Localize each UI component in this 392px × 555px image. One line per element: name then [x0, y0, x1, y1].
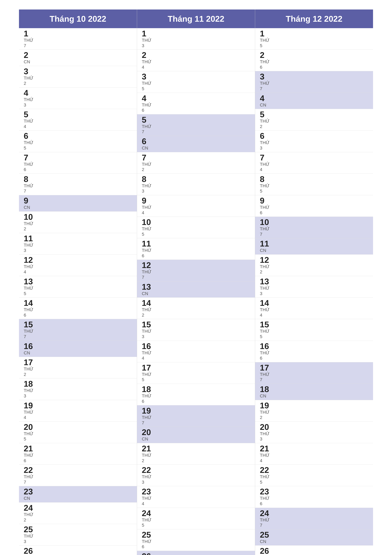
day-number: 21 — [142, 445, 252, 453]
day-row: 9THỨ 4 — [137, 195, 255, 217]
day-info: THỨ 7 — [260, 81, 370, 91]
day-row: 4THỨ 3 — [19, 88, 137, 109]
day-row: 20THỨ 5 — [19, 422, 137, 443]
day-number: 26 — [142, 552, 252, 555]
day-row: 22THỨ 7 — [19, 465, 137, 486]
day-number: 5 — [142, 116, 252, 124]
day-row: 1THỨ 5 — [255, 28, 373, 50]
day-row: 15THỨ 7 — [19, 319, 137, 341]
month-column-1: Tháng 10 20221THỨ 72CN3THỨ 24THỨ 35THỨ 4… — [19, 9, 137, 555]
day-info: THỨ 5 — [260, 474, 370, 485]
day-row: 8THỨ 5 — [255, 174, 373, 195]
month-header-3: Tháng 12 2022 — [255, 9, 373, 28]
day-number: 16 — [24, 342, 134, 350]
day-row: 7THỨ 2 — [137, 152, 255, 174]
day-number: 19 — [260, 401, 370, 410]
day-info: THỨ 7 — [142, 415, 252, 425]
day-row: 14THỨ 6 — [19, 298, 137, 319]
day-number: 16 — [260, 342, 370, 350]
month-header-2: Tháng 11 2022 — [137, 9, 255, 28]
day-info: THỨ 2 — [24, 366, 134, 377]
day-number: 14 — [142, 299, 252, 307]
day-number: 23 — [142, 488, 252, 496]
day-row: 12THỨ 7 — [137, 260, 255, 281]
day-row: 6CN — [137, 136, 255, 152]
day-info: THỨ 4 — [142, 350, 252, 361]
day-number: 26 — [24, 547, 134, 555]
day-number: 12 — [142, 261, 252, 269]
day-info: THỨ 5 — [142, 81, 252, 91]
day-info: THỨ 5 — [24, 140, 134, 151]
day-number: 16 — [142, 342, 252, 350]
day-info: THỨ 2 — [24, 512, 134, 523]
day-row: 18THỨ 6 — [137, 384, 255, 405]
day-number: 13 — [142, 283, 252, 291]
day-number: 15 — [260, 320, 370, 329]
day-number: 6 — [260, 132, 370, 140]
day-row: 4THỨ 6 — [137, 93, 255, 114]
day-number: 24 — [142, 509, 252, 517]
day-row: 21THỨ 4 — [255, 443, 373, 465]
day-info: THỨ 3 — [260, 431, 370, 442]
day-number: 14 — [24, 299, 134, 307]
day-info: THỨ 3 — [142, 183, 252, 194]
day-number: 11 — [24, 234, 134, 242]
day-info: THỨ 5 — [142, 226, 252, 237]
day-info: THỨ 6 — [260, 205, 370, 215]
day-info: THỨ 7 — [24, 38, 134, 48]
day-row: 5THỨ 4 — [19, 109, 137, 131]
day-info: THỨ 6 — [142, 102, 252, 113]
day-info: THỨ 4 — [142, 205, 252, 215]
day-number: 2 — [142, 51, 252, 59]
day-number: 17 — [260, 364, 370, 372]
day-row: 12THỨ 2 — [255, 255, 373, 276]
day-number: 25 — [142, 531, 252, 539]
day-row: 24THỨ 2 — [19, 503, 137, 524]
day-number: 15 — [142, 320, 252, 329]
day-number: 20 — [142, 428, 252, 436]
day-info: THỨ 7 — [260, 372, 370, 382]
day-info: THỨ 5 — [260, 183, 370, 194]
day-row: 25CN — [255, 529, 373, 546]
day-info: THỨ 2 — [260, 118, 370, 129]
day-info: THỨ 6 — [260, 496, 370, 506]
day-number: 13 — [24, 277, 134, 285]
day-row: 1THỨ 7 — [19, 28, 137, 50]
day-number: 9 — [24, 197, 134, 205]
day-row: 5THỨ 7 — [137, 114, 255, 136]
day-row: 26THỨ 4 — [19, 546, 137, 555]
day-number: 12 — [260, 256, 370, 264]
day-info: THỨ 5 — [24, 285, 134, 296]
day-info: CN — [24, 496, 134, 501]
day-row: 23THỨ 4 — [137, 486, 255, 508]
day-row: 16CN — [19, 341, 137, 357]
day-row: 17THỨ 2 — [19, 357, 137, 379]
day-info: THỨ 7 — [260, 226, 370, 237]
day-row: 11THỨ 3 — [19, 233, 137, 255]
day-info: THỨ 2 — [142, 307, 252, 318]
day-number: 4 — [142, 94, 252, 102]
day-number: 25 — [260, 531, 370, 539]
day-info: CN — [260, 248, 370, 253]
day-info: CN — [142, 436, 252, 442]
day-row: 24THỨ 5 — [137, 508, 255, 529]
day-number: 8 — [260, 175, 370, 183]
day-info: THỨ 3 — [24, 388, 134, 399]
day-row: 23THỨ 6 — [255, 486, 373, 508]
day-row: 12THỨ 4 — [19, 255, 137, 276]
day-row: 22THỨ 5 — [255, 465, 373, 486]
day-info: THỨ 4 — [24, 264, 134, 275]
day-info: THỨ 3 — [260, 140, 370, 151]
day-number: 18 — [260, 385, 370, 393]
day-info: CN — [24, 59, 134, 65]
day-info: THỨ 5 — [260, 38, 370, 48]
day-row: 11CN — [255, 238, 373, 255]
day-row: 18CN — [255, 384, 373, 400]
day-info: THỨ 3 — [260, 285, 370, 296]
day-row: 13THỨ 3 — [255, 276, 373, 298]
day-row: 26THỨ 7 — [137, 551, 255, 555]
day-info: THỨ 5 — [260, 329, 370, 339]
day-row: 15THỨ 3 — [137, 319, 255, 341]
day-number: 20 — [24, 423, 134, 431]
day-info: THỨ 6 — [142, 248, 252, 258]
